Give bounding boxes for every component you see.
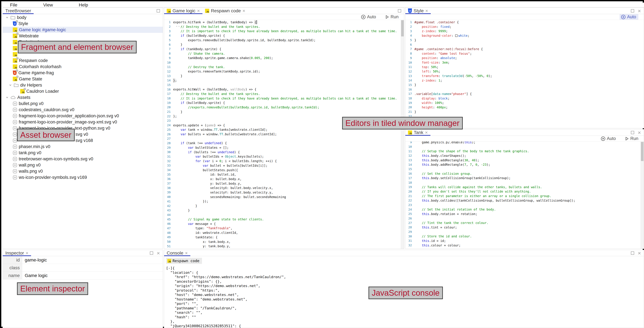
- code-text: height: 400px;: [414, 106, 448, 109]
- editor-panel-tank: JS Tank × × Auto Run: [405, 129, 644, 249]
- tree-item[interactable]: wall.png v0: [3, 162, 163, 168]
- inspector-field-value[interactable]: [22, 264, 163, 271]
- code-line: 17 this.body.setCollisionGroup(tankColli…: [405, 176, 644, 180]
- code-text: content: "Game lost focus";: [414, 52, 472, 55]
- tree-item[interactable]: bullet.png v0: [3, 101, 163, 107]
- code-line: 20 // If you don't set this they'll not …: [405, 189, 644, 194]
- editor-toolbar: Auto Run: [405, 136, 644, 142]
- tree-item[interactable]: JSCauldron Loader: [3, 88, 163, 94]
- tab-inspector[interactable]: Inspector ×: [3, 250, 31, 256]
- inspector-field-value[interactable]: game-logic: [22, 256, 163, 264]
- code-line: 31 this.id = id;: [405, 238, 644, 243]
- menu-bar: File View Help: [2, 3, 644, 8]
- maximize-icon[interactable]: [150, 251, 153, 255]
- run-button[interactable]: Run: [385, 15, 398, 20]
- code-line: 27 // Tint the tank the correct colour.: [405, 221, 644, 225]
- chevron-down-icon[interactable]: [5, 16, 9, 19]
- tree-item[interactable]: 5Game #game-frag: [3, 70, 163, 76]
- maximize-icon[interactable]: [631, 251, 634, 255]
- close-panel-icon[interactable]: ×: [157, 251, 160, 255]
- inspector-field-label: class: [3, 264, 22, 271]
- code-editor-tank[interactable]: 9 game.physics.p2.enable(this);1011 // S…: [405, 142, 644, 249]
- scrollbar-track[interactable]: [401, 20, 404, 249]
- close-tab-icon[interactable]: ×: [425, 130, 428, 135]
- close-panel-icon[interactable]: ×: [638, 251, 641, 255]
- menu-view[interactable]: View: [43, 3, 53, 8]
- code-line: 8 content: "Game lost focus";: [405, 51, 644, 56]
- menu-file[interactable]: File: [10, 3, 17, 8]
- code-editor-style[interactable]: 1#game.float .container {2 position: fix…: [405, 20, 644, 128]
- tab-tank[interactable]: JS Tank ×: [405, 129, 430, 136]
- line-number: 8: [405, 52, 414, 55]
- tree-item[interactable]: fragment-logo-icon-provider_application-…: [3, 113, 163, 119]
- scrollbar-track[interactable]: [640, 142, 644, 249]
- tree-item[interactable]: JSGame State: [3, 76, 163, 82]
- cloud-icon: [10, 96, 16, 99]
- code-editor-game-logic[interactable]: ... 1exports.hitTank = (bulletBody, tank…: [164, 20, 404, 249]
- close-panel-icon[interactable]: ×: [638, 9, 641, 13]
- close-panel-icon[interactable]: ×: [638, 130, 641, 135]
- line-number: 9: [405, 142, 414, 144]
- tree-item[interactable]: JSColorhash #colorhash: [3, 64, 163, 70]
- close-tab-icon[interactable]: ×: [425, 9, 428, 13]
- inspector-field-value[interactable]: Game logic: [22, 272, 163, 279]
- console-source-chip[interactable]: JS Respawn code: [166, 258, 202, 264]
- tab-console[interactable]: Console ×: [164, 250, 190, 256]
- line-number: 24: [405, 208, 414, 211]
- tree-item[interactable]: JSRespawn code: [3, 58, 163, 64]
- scrollbar-thumb[interactable]: [641, 142, 644, 161]
- tree-item[interactable]: div Helpers: [3, 82, 163, 88]
- fold-marker[interactable]: ...: [176, 24, 182, 27]
- tree-item-label: walls.png v0: [19, 169, 43, 174]
- tree-item[interactable]: Assets: [3, 94, 163, 101]
- tree-item[interactable]: tank.png v0: [3, 150, 163, 156]
- maximize-icon[interactable]: [157, 9, 160, 13]
- auto-button[interactable]: Auto: [601, 136, 616, 141]
- auto-button[interactable]: Auto: [620, 14, 638, 20]
- autorun-badge-icon: [16, 20, 18, 23]
- tab-style[interactable]: 3 Style ×: [405, 8, 431, 14]
- tree-item[interactable]: codestrates_cauldron.svg v0: [3, 107, 163, 113]
- code-line: 45 // Signal my game state to other clie…: [164, 217, 404, 221]
- asset-icon: [13, 138, 17, 143]
- maximize-icon[interactable]: [398, 9, 401, 13]
- tree-item-label: Game State: [19, 77, 42, 82]
- tree-item[interactable]: JSWebstrate: [3, 33, 163, 39]
- code-text: // The first parameter is either an arra…: [414, 194, 551, 198]
- code-text: this.colour = colour;: [414, 243, 461, 247]
- code-text: }: [414, 83, 416, 87]
- tree-item[interactable]: body: [3, 15, 163, 21]
- close-tab-icon[interactable]: ×: [197, 9, 200, 13]
- tree-item[interactable]: treebrowser-wpm-icon-symbols.svg v0: [3, 156, 163, 162]
- code-text: exports.update = (game) => {: [173, 123, 225, 127]
- code-line: 1#game.float .container {: [405, 20, 644, 25]
- code-text: display: block;: [414, 97, 450, 100]
- maximize-icon[interactable]: [631, 131, 634, 134]
- code-text: // Destroy the tank.: [173, 65, 225, 69]
- tree-item[interactable]: fragment-logo-icon-provider_image-svg-xm…: [3, 119, 163, 125]
- scrollbar-thumb[interactable]: [401, 20, 404, 37]
- maximize-icon[interactable]: [631, 9, 634, 13]
- run-button[interactable]: Run: [625, 136, 638, 141]
- tree-item[interactable]: phaser.min.js v0: [3, 144, 163, 150]
- tree-item[interactable]: JSGame logic #game-logic: [3, 27, 163, 33]
- tree-item[interactable]: ws-icon-provider-symbols.svg v169: [3, 174, 163, 180]
- console-line: "location": {: [166, 270, 644, 275]
- tab-game-logic[interactable]: JS Game logic ×: [164, 8, 202, 14]
- tab-treebrowser[interactable]: TreeBrowser: [3, 8, 34, 14]
- text-cursor: [256, 20, 257, 24]
- close-tab-icon[interactable]: ×: [242, 9, 245, 13]
- close-tab-icon[interactable]: ×: [185, 251, 188, 255]
- chevron-down-icon[interactable]: [8, 83, 12, 87]
- code-text: }: [173, 74, 182, 78]
- tree-item[interactable]: walls.png v0: [3, 168, 163, 174]
- close-tab-icon[interactable]: ×: [26, 251, 28, 255]
- auto-button[interactable]: Auto: [361, 15, 376, 20]
- code-text: type: "TankTrouble",: [173, 226, 232, 230]
- chevron-down-icon[interactable]: [5, 96, 9, 99]
- tree-item[interactable]: 3Style: [3, 21, 163, 27]
- code-line: 24 // Set the initial rotation of the bo…: [405, 207, 644, 212]
- code-text: left: 50%;: [414, 70, 440, 73]
- menu-help[interactable]: Help: [79, 3, 88, 8]
- tab-respawn-code[interactable]: JS Respawn code ×: [202, 8, 248, 14]
